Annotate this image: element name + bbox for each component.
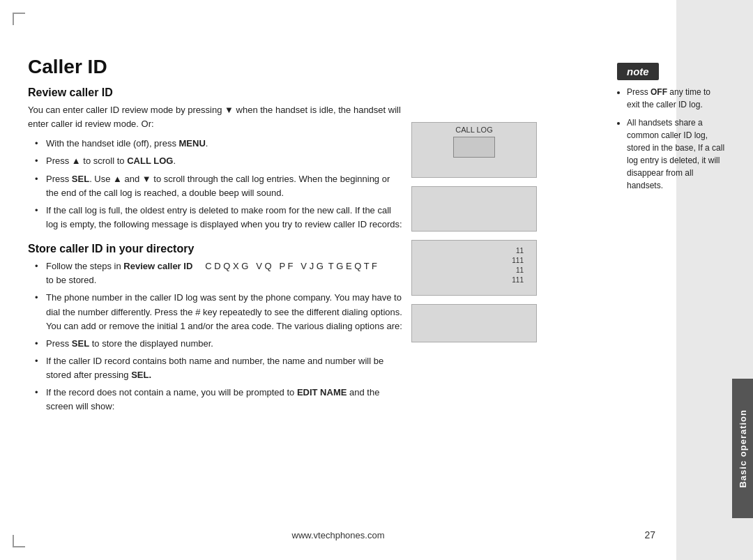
store-section-title: Store caller ID in your directory (28, 243, 404, 255)
screen-call-log: CALL LOG (411, 122, 537, 178)
corner-mark-tl (13, 13, 25, 25)
store-bullet-1: Follow the steps in Review caller ID C D… (35, 259, 404, 287)
review-bullet-4: If the call log is full, the oldest entr… (35, 204, 404, 232)
page-wrapper: Basic operation note Press OFF any time … (0, 0, 753, 560)
data-line-2: 111 (512, 256, 524, 266)
note-label: note (617, 63, 659, 80)
screen-empty (411, 304, 537, 342)
note-item-1: Press OFF any time to exit the caller ID… (627, 86, 725, 111)
review-bullet-3: Press SEL. Use ▲ and ▼ to scroll through… (35, 172, 404, 200)
sidebar-vertical-label: Basic operation (732, 379, 753, 518)
store-section: Store caller ID in your directory Follow… (28, 243, 404, 414)
footer: www.vtechphones.com (0, 530, 676, 540)
data-line-1: 11 (512, 246, 524, 256)
store-bullet-4: If the caller ID record contains both na… (35, 354, 404, 382)
content-left: Caller ID Review caller ID You can enter… (28, 56, 404, 420)
footer-url: www.vtechphones.com (292, 530, 385, 540)
screen-mid (411, 186, 537, 232)
screen-call-log-label: CALL LOG (418, 126, 531, 134)
store-bullets: Follow the steps in Review caller ID C D… (28, 259, 404, 414)
page-title: Caller ID (28, 56, 404, 78)
review-bullet-1: With the handset idle (off), press MENU. (35, 137, 404, 151)
note-item-2: All handsets share a common caller ID lo… (627, 116, 725, 192)
note-content: Press OFF any time to exit the caller ID… (617, 86, 725, 192)
store-bullet-2: The phone number in the caller ID log wa… (35, 291, 404, 333)
store-bullet-3: Press SEL to store the displayed number. (35, 337, 404, 351)
data-line-3: 11 (512, 266, 524, 275)
screen-inner-box (453, 137, 495, 158)
data-lines: 11 111 11 111 (512, 246, 524, 285)
data-line-4: 111 (512, 275, 524, 285)
review-intro: You can enter caller ID review mode by p… (28, 103, 404, 131)
note-box: note Press OFF any time to exit the call… (617, 63, 725, 197)
screen-data: 11 111 11 111 (411, 240, 537, 296)
footer-page-number: 27 (644, 529, 655, 540)
phone-screens: CALL LOG 11 111 11 111 (411, 122, 537, 351)
store-bullet-5: If the record does not contain a name, y… (35, 386, 404, 414)
review-bullet-2: Press ▲ to scroll to CALL LOG. (35, 154, 404, 168)
review-bullets: With the handset idle (off), press MENU.… (28, 137, 404, 232)
review-section-title: Review caller ID (28, 86, 404, 99)
